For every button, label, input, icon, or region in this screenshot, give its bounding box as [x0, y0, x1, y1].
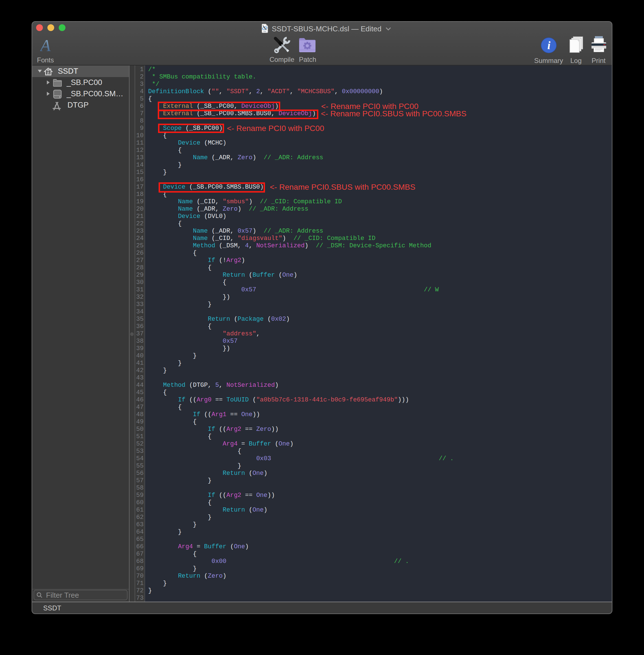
- svg-text:DSL: DSL: [263, 30, 267, 32]
- svg-text:i: i: [547, 39, 550, 52]
